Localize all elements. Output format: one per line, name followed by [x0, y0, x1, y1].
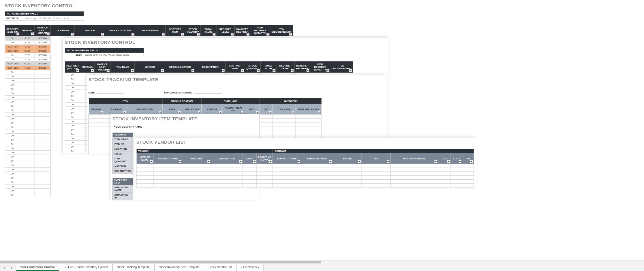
col-header[interactable]: ITEM SHELF / BIN	[296, 104, 322, 115]
col-header[interactable]: DATE OF LAST ORDER	[35, 25, 51, 36]
col-header[interactable]: STOCK LOCATION	[105, 25, 135, 36]
table-row[interactable]	[137, 184, 474, 188]
tab-nav-next[interactable]: ▸	[8, 266, 16, 269]
col-header[interactable]: ITEM DISCONTINUED?	[330, 61, 353, 73]
filter-dropdown-icon[interactable]	[257, 69, 260, 72]
col-header[interactable]: CITY	[438, 153, 451, 164]
filter-dropdown-icon[interactable]	[306, 69, 309, 72]
col-header[interactable]: WEB LINK	[182, 153, 211, 164]
col-header[interactable]: STOCK QUANTITY	[185, 25, 201, 36]
col-header[interactable]: SHELF / BIN	[182, 104, 201, 115]
col-header[interactable]: DESCRIPTION	[195, 61, 226, 73]
filter-dropdown-icon[interactable]	[289, 33, 292, 36]
table-row[interactable]	[137, 168, 474, 172]
filter-dropdown-icon[interactable]	[434, 160, 437, 163]
filter-dropdown-icon[interactable]	[246, 33, 249, 36]
col-header[interactable]: STOCK QUANTITY	[245, 61, 261, 73]
filter-dropdown-icon[interactable]	[213, 33, 216, 36]
filter-dropdown-icon[interactable]	[71, 33, 74, 36]
filter-dropdown-icon[interactable]	[91, 69, 94, 72]
col-header[interactable]: DESCRIPTION	[135, 25, 166, 36]
col-header[interactable]: ITEM NAME	[104, 104, 127, 115]
col-header[interactable]: ITEM AREA	[273, 104, 296, 115]
filter-dropdown-icon[interactable]	[387, 160, 390, 163]
filter-dropdown-icon[interactable]	[272, 69, 276, 72]
col-header[interactable]: COST PER ITEM	[166, 25, 185, 36]
sheet-tab[interactable]: Stock Vendor List	[204, 264, 237, 271]
filter-dropdown-icon[interactable]	[191, 69, 194, 72]
col-header[interactable]: ITEM NO.	[80, 61, 95, 73]
sheet-tab[interactable]: - Disclaimer -	[237, 264, 264, 271]
tab-nav-prev[interactable]: ◂	[0, 266, 8, 269]
filter-dropdown-icon[interactable]	[150, 160, 153, 163]
filter-dropdown-icon[interactable]	[161, 69, 164, 72]
filter-dropdown-icon[interactable]	[181, 33, 184, 36]
col-header[interactable]: QTY	[260, 104, 273, 115]
col-header[interactable]: AREA	[163, 104, 182, 115]
col-header[interactable]: DAYS PER REORDER	[235, 25, 250, 36]
col-header[interactable]: TOTAL VALUE	[261, 61, 276, 73]
filter-dropdown-icon[interactable]	[458, 160, 461, 163]
col-header[interactable]: COST	[243, 153, 257, 164]
filter-dropdown-icon[interactable]	[269, 160, 272, 163]
filter-dropdown-icon[interactable]	[358, 160, 361, 163]
filter-dropdown-icon[interactable]	[291, 69, 294, 72]
col-header[interactable]: ITEM NAME	[111, 61, 135, 73]
col-header[interactable]: ITEM NO.	[20, 25, 35, 36]
panel3-empsig-field[interactable]	[194, 89, 222, 93]
filter-dropdown-icon[interactable]	[241, 69, 244, 72]
filter-dropdown-icon[interactable]	[326, 69, 329, 72]
col-header[interactable]: REORDER (auto-fill)	[65, 61, 80, 73]
col-header[interactable]: UNIT	[244, 104, 260, 115]
col-header[interactable]: REORDER LEVEL	[216, 25, 235, 36]
col-header[interactable]: EMAIL ADDRESS	[301, 153, 333, 164]
col-header[interactable]: ZIP	[462, 153, 474, 164]
filter-dropdown-icon[interactable]	[470, 160, 473, 163]
col-header[interactable]: VENDOR NAME	[137, 153, 154, 164]
col-header[interactable]: ITEM NO.	[89, 104, 104, 115]
add-sheet-button[interactable]: +	[264, 265, 272, 270]
col-header[interactable]: DATE OF LAST ORDER	[95, 61, 111, 73]
filter-dropdown-icon[interactable]	[349, 69, 352, 72]
filter-dropdown-icon[interactable]	[292, 111, 295, 114]
scrollbar-thumb[interactable]	[0, 261, 321, 263]
filter-dropdown-icon[interactable]	[253, 160, 256, 163]
filter-dropdown-icon[interactable]	[447, 160, 450, 163]
filter-dropdown-icon[interactable]	[198, 111, 201, 114]
filter-dropdown-icon[interactable]	[240, 111, 243, 114]
col-header[interactable]: ITEM REORDER QUANTITY	[250, 25, 270, 36]
filter-dropdown-icon[interactable]	[219, 111, 222, 114]
col-header[interactable]: CONTACT NAME	[272, 153, 301, 164]
filter-dropdown-icon[interactable]	[31, 32, 34, 35]
filter-dropdown-icon[interactable]	[178, 111, 181, 114]
filter-dropdown-icon[interactable]	[256, 111, 259, 114]
filter-dropdown-icon[interactable]	[329, 160, 332, 163]
filter-dropdown-icon[interactable]	[159, 111, 162, 114]
filter-dropdown-icon[interactable]	[269, 111, 272, 114]
filter-dropdown-icon[interactable]	[131, 33, 134, 36]
filter-dropdown-icon[interactable]	[197, 33, 200, 36]
col-header[interactable]: DAYS PER REORDER	[295, 61, 310, 73]
col-header[interactable]: STOCK LOCATION	[165, 61, 195, 73]
col-header[interactable]: ITEM NAME	[51, 25, 75, 36]
filter-dropdown-icon[interactable]	[318, 111, 321, 114]
panel3-date-field[interactable]	[97, 89, 124, 93]
col-header[interactable]: REORDER (auto-fill)	[5, 25, 20, 36]
col-header[interactable]: DESCRIPTION	[211, 153, 243, 164]
filter-dropdown-icon[interactable]	[239, 160, 242, 163]
col-header[interactable]: STATE	[451, 153, 462, 164]
filter-dropdown-icon[interactable]	[76, 69, 79, 72]
sheet-tab[interactable]: BLANK - Stock Inventory Control	[59, 264, 112, 271]
filter-dropdown-icon[interactable]	[297, 160, 300, 163]
horizontal-scrollbar[interactable]	[0, 260, 644, 264]
filter-dropdown-icon[interactable]	[47, 32, 50, 35]
sheet-tab[interactable]: Stock Tracking Template	[112, 264, 154, 271]
col-header[interactable]: VENDOR	[201, 104, 223, 115]
col-header[interactable]: ITEM DISCONTINUED?	[270, 25, 293, 36]
filter-dropdown-icon[interactable]	[131, 69, 134, 72]
filter-dropdown-icon[interactable]	[101, 33, 104, 36]
table-row[interactable]	[137, 172, 474, 176]
col-header[interactable]: COST PER ITEM	[226, 61, 245, 73]
col-header[interactable]: PHONE	[333, 153, 362, 164]
table-row[interactable]	[137, 176, 474, 180]
